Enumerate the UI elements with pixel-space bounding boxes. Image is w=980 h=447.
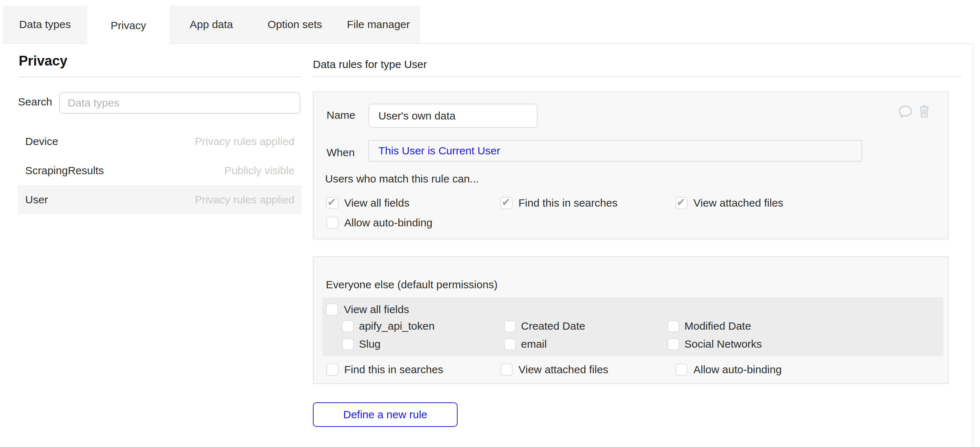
checkbox-label: View all fields — [344, 197, 409, 209]
checkbox-unchecked[interactable] — [504, 338, 516, 350]
checkbox-unchecked[interactable] — [668, 338, 679, 350]
checkbox-unchecked[interactable] — [675, 364, 688, 376]
default-permissions-title: Everyone else (default permissions) — [326, 278, 498, 291]
tab-label: Data types — [19, 18, 70, 30]
data-type-status: Privacy rules applied — [195, 135, 294, 148]
rule-permissions: ✔View all fields✔Find this in searches✔V… — [326, 197, 783, 229]
permissions-intro: Users who match this rule can... — [325, 173, 479, 185]
privacy-settings-page: Data typesPrivacyApp dataOption setsFile… — [0, 0, 980, 447]
data-type-name: Device — [25, 135, 58, 148]
checkbox-item-view-attached-files: View attached files — [500, 364, 675, 376]
checkbox-checked[interactable]: ✔ — [326, 197, 339, 209]
checkbox-item-find-this-in-searches: Find this in searches — [326, 364, 500, 376]
tab-label: Privacy — [111, 19, 146, 32]
page-title: Data rules for type User — [313, 58, 427, 70]
checkbox-label: apify_api_token — [359, 320, 434, 332]
when-label: When — [326, 146, 355, 159]
sidebar-divider — [18, 77, 302, 77]
checkbox-item-view-all-fields: View all fields — [326, 304, 409, 316]
tab-file-manager[interactable]: File manager — [337, 6, 420, 43]
check-icon: ✔ — [327, 196, 336, 208]
tab-label: Option sets — [267, 18, 322, 30]
checkbox-unchecked[interactable] — [342, 338, 354, 350]
tab-app-data[interactable]: App data — [170, 6, 253, 43]
search-label: Search — [18, 96, 52, 108]
checkbox-label: Allow auto-binding — [694, 364, 782, 376]
checkbox-label: View all fields — [344, 304, 409, 316]
data-type-status: Publicly visible — [224, 164, 294, 177]
checkbox-unchecked[interactable] — [326, 217, 339, 229]
checkbox-label: Created Date — [521, 320, 585, 332]
checkbox-unchecked[interactable] — [326, 304, 338, 316]
checkbox-item-created-date: Created Date — [504, 320, 668, 332]
checkbox-unchecked[interactable] — [668, 320, 679, 332]
checkbox-unchecked[interactable] — [342, 320, 354, 332]
rule-card: Name When This User is Current User User… — [313, 91, 949, 239]
tab-option-sets[interactable]: Option sets — [253, 6, 337, 43]
default-permissions-card: Everyone else (default permissions) View… — [313, 256, 949, 384]
comment-icon[interactable] — [898, 105, 913, 118]
fields-grid: apify_api_tokenCreated DateModified Date… — [342, 320, 762, 350]
checkbox-item-allow-auto-binding: Allow auto-binding — [675, 364, 782, 376]
checkbox-item-social-networks: Social Networks — [668, 338, 762, 350]
tab-label: File manager — [347, 18, 410, 30]
tab-label: App data — [190, 18, 233, 30]
data-type-list: DevicePrivacy rules appliedScrapingResul… — [18, 127, 302, 214]
data-type-row-user[interactable]: UserPrivacy rules applied — [18, 185, 302, 214]
checkbox-item-view-attached-files: ✔View attached files — [675, 197, 783, 209]
data-type-status: Privacy rules applied — [195, 194, 294, 206]
tab-bar: Data typesPrivacyApp dataOption setsFile… — [3, 6, 420, 45]
tab-privacy[interactable]: Privacy — [87, 6, 170, 45]
check-icon: ✔ — [676, 196, 686, 208]
data-type-row-device[interactable]: DevicePrivacy rules applied — [18, 127, 302, 156]
content-right-border — [973, 43, 974, 447]
checkbox-label: Find this in searches — [344, 364, 443, 376]
checkbox-label: Find this in searches — [519, 197, 617, 209]
data-type-name: ScrapingResults — [25, 164, 104, 177]
checkbox-unchecked[interactable] — [504, 320, 516, 332]
checkbox-label: View attached files — [519, 364, 608, 376]
checkbox-label: Slug — [359, 338, 380, 350]
checkbox-item-modified-date: Modified Date — [668, 320, 762, 332]
checkbox-item-find-this-in-searches: ✔Find this in searches — [500, 197, 675, 209]
check-icon: ✔ — [501, 196, 511, 208]
checkbox-item-slug: Slug — [342, 338, 504, 350]
checkbox-item-view-all-fields: ✔View all fields — [326, 197, 500, 209]
data-type-row-scrapingresults[interactable]: ScrapingResultsPublicly visible — [18, 156, 302, 185]
checkbox-item-apify-api-token: apify_api_token — [342, 320, 504, 332]
rule-name-input[interactable] — [368, 103, 538, 128]
trash-icon[interactable] — [919, 105, 929, 118]
checkbox-label: Allow auto-binding — [344, 217, 433, 229]
fields-shade: View all fields apify_api_tokenCreated D… — [322, 297, 943, 356]
tab-data-types[interactable]: Data types — [3, 6, 87, 43]
content-divider — [313, 76, 961, 77]
rule-card-actions — [898, 105, 929, 118]
search-input[interactable] — [59, 92, 300, 114]
checkbox-item-allow-auto-binding: Allow auto-binding — [326, 217, 500, 229]
view-all-fields-item: View all fields — [326, 304, 409, 316]
checkbox-unchecked[interactable] — [326, 364, 339, 376]
checkbox-label: Modified Date — [684, 320, 751, 332]
sidebar-title: Privacy — [19, 53, 67, 69]
default-permissions: Find this in searchesView attached files… — [326, 364, 782, 376]
checkbox-label: View attached files — [694, 197, 783, 209]
checkbox-item-email: email — [504, 338, 668, 350]
checkbox-label: Social Networks — [684, 338, 762, 350]
checkbox-checked[interactable]: ✔ — [500, 197, 513, 209]
checkbox-checked[interactable]: ✔ — [675, 197, 688, 209]
data-type-name: User — [25, 194, 48, 206]
checkbox-unchecked[interactable] — [500, 364, 513, 376]
define-new-rule-button[interactable]: Define a new rule — [313, 402, 458, 427]
when-condition[interactable]: This User is Current User — [368, 140, 862, 162]
when-condition-value: This User is Current User — [379, 145, 500, 157]
checkbox-label: email — [521, 338, 547, 350]
name-label: Name — [326, 109, 355, 121]
